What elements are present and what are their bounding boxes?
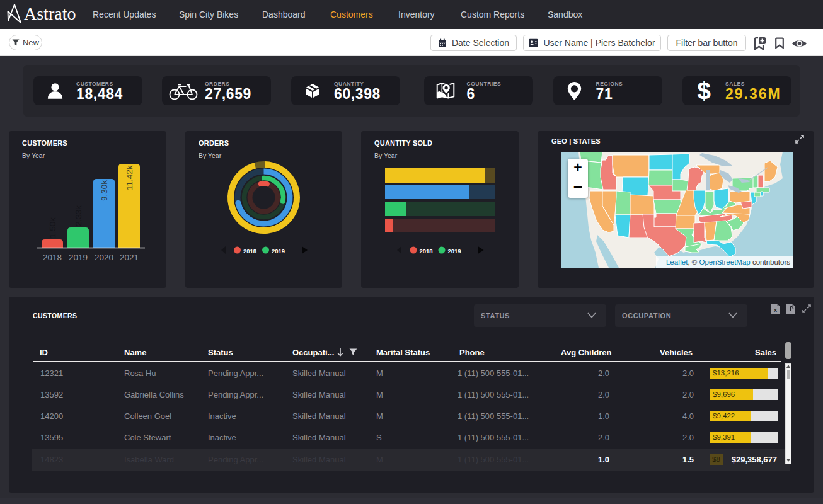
svg-text:2019: 2019 — [448, 248, 461, 255]
svg-text:1.50k: 1.50k — [48, 217, 57, 238]
svg-text:2018: 2018 — [420, 248, 433, 255]
svg-text:2018: 2018 — [243, 248, 256, 255]
svg-text:2.33k: 2.33k — [74, 205, 83, 226]
svg-text:2018: 2018 — [43, 253, 62, 262]
svg-text:2019: 2019 — [272, 248, 285, 255]
svg-text:11.42k: 11.42k — [125, 165, 134, 190]
svg-text:2021: 2021 — [120, 253, 139, 262]
svg-text:2019: 2019 — [69, 253, 88, 262]
svg-text:2020: 2020 — [95, 253, 113, 262]
svg-text:9.30k: 9.30k — [100, 180, 109, 201]
svg-text:x: x — [774, 307, 777, 313]
